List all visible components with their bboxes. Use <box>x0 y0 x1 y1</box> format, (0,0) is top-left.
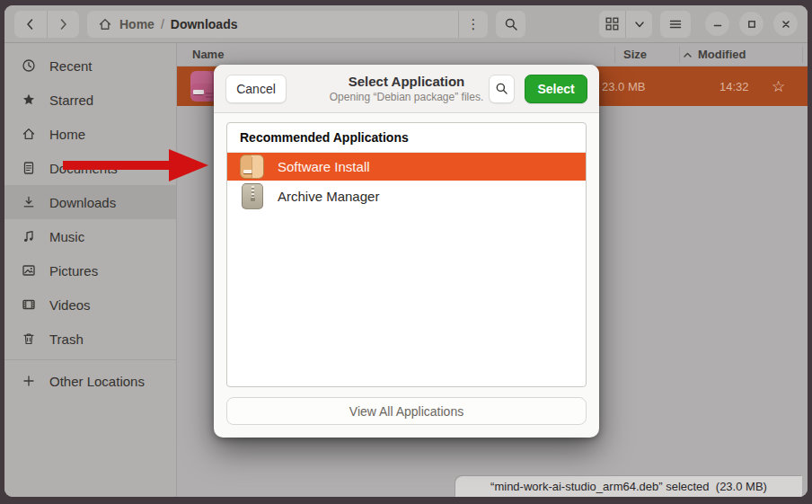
breadcrumb: Home / Downloads ⋮ <box>87 11 488 38</box>
sidebar-label: Starred <box>49 93 93 108</box>
close-icon <box>780 18 792 31</box>
zip-archive-icon <box>242 183 263 209</box>
clock-icon <box>22 58 36 73</box>
sidebar-item-music[interactable]: Music <box>4 219 176 253</box>
sidebar-item-other-locations[interactable]: Other Locations <box>4 364 176 398</box>
breadcrumb-separator: / <box>161 17 164 31</box>
view-toggle-group <box>599 11 652 38</box>
dialog-header: Cancel Select Application Opening “Debia… <box>214 65 599 113</box>
picture-icon <box>22 263 36 278</box>
breadcrumb-current[interactable]: Downloads <box>171 17 238 31</box>
app-name: Archive Manager <box>278 189 379 204</box>
chevron-right-icon <box>56 17 70 31</box>
search-button[interactable] <box>496 11 525 38</box>
sidebar-label: Music <box>49 229 84 244</box>
view-all-applications-button[interactable]: View All Applications <box>226 397 587 425</box>
grid-view-button[interactable] <box>599 11 625 38</box>
breadcrumb-home[interactable]: Home <box>119 17 154 31</box>
column-header-row: Name Size Modified <box>177 43 808 66</box>
application-list: Recommended Applications Software Instal… <box>226 122 587 387</box>
maximize-icon <box>746 18 758 31</box>
select-application-dialog: Cancel Select Application Opening “Debia… <box>214 65 599 438</box>
hamburger-menu-icon <box>668 17 683 31</box>
home-icon <box>98 17 112 31</box>
film-icon <box>22 297 36 312</box>
file-modified-cell: 14:32 <box>719 80 755 93</box>
chevron-down-icon <box>633 18 646 31</box>
view-options-button[interactable] <box>625 11 652 38</box>
sidebar-item-documents[interactable]: Documents <box>4 151 176 185</box>
column-modified[interactable]: Modified <box>698 48 746 61</box>
deb-package-icon <box>240 155 264 179</box>
app-menu-button[interactable] <box>660 11 691 38</box>
sidebar-label: Trash <box>49 332 84 347</box>
history-nav-group <box>14 11 79 38</box>
sidebar-label: Other Locations <box>49 374 145 389</box>
home-icon <box>22 127 36 141</box>
sidebar: Recent Starred Home Documents Downloads … <box>4 43 177 497</box>
column-name[interactable]: Name <box>177 48 224 61</box>
sidebar-separator <box>4 359 176 360</box>
sidebar-label: Home <box>49 127 85 142</box>
search-icon <box>504 17 518 31</box>
app-row-archive-manager[interactable]: Archive Manager <box>227 181 586 212</box>
sidebar-label: Recent <box>49 58 93 74</box>
forward-button[interactable] <box>47 11 80 38</box>
sidebar-item-starred[interactable]: Starred <box>4 83 176 117</box>
sidebar-item-videos[interactable]: Videos <box>4 287 176 322</box>
column-divider <box>679 47 680 63</box>
dialog-body: Recommended Applications Software Instal… <box>214 113 599 425</box>
chevron-left-icon <box>23 17 38 31</box>
trash-icon <box>22 332 36 346</box>
back-button[interactable] <box>14 11 47 38</box>
sidebar-label: Documents <box>49 161 118 176</box>
column-divider <box>802 47 803 63</box>
sidebar-label: Downloads <box>49 195 116 210</box>
document-icon <box>22 161 36 175</box>
status-text: “mind-work-ai-studio_arm64.deb” selected… <box>490 480 767 493</box>
column-divider <box>614 47 615 63</box>
app-name: Software Install <box>278 159 370 174</box>
sidebar-label: Videos <box>49 297 91 313</box>
path-menu-button[interactable]: ⋮ <box>458 11 488 38</box>
star-icon <box>22 93 36 107</box>
sidebar-item-downloads[interactable]: Downloads <box>4 185 176 219</box>
select-button[interactable]: Select <box>525 75 587 103</box>
column-size[interactable]: Size <box>623 48 647 61</box>
sidebar-item-home[interactable]: Home <box>4 117 176 151</box>
download-icon <box>22 195 36 209</box>
minimize-icon <box>711 18 724 31</box>
close-button[interactable] <box>773 12 798 36</box>
sort-ascending-icon <box>683 50 693 60</box>
section-header: Recommended Applications <box>227 123 586 153</box>
sidebar-item-trash[interactable]: Trash <box>4 322 176 356</box>
maximize-button[interactable] <box>739 12 763 36</box>
minimize-button[interactable] <box>705 12 729 36</box>
sidebar-label: Pictures <box>49 263 98 279</box>
sidebar-item-pictures[interactable]: Pictures <box>4 253 176 287</box>
music-note-icon <box>22 229 36 243</box>
grid-view-icon <box>605 17 619 31</box>
sidebar-item-recent[interactable]: Recent <box>4 49 176 83</box>
dialog-title: Select Application <box>290 74 524 91</box>
star-outline-icon[interactable]: ☆ <box>772 66 785 106</box>
plus-icon <box>22 374 36 388</box>
dialog-title-block: Select Application Opening “Debian packa… <box>290 74 524 104</box>
titlebar: Home / Downloads ⋮ <box>4 5 808 43</box>
status-bar: “mind-work-ai-studio_arm64.deb” selected… <box>455 476 802 497</box>
app-row-software-install[interactable]: Software Install <box>227 153 586 181</box>
window-controls <box>705 12 798 36</box>
cancel-button[interactable]: Cancel <box>225 75 287 103</box>
dialog-subtitle: Opening “Debian package” files. <box>290 91 524 103</box>
file-size-cell: 23.0 MB <box>602 80 668 93</box>
kebab-menu-icon: ⋮ <box>467 16 481 32</box>
